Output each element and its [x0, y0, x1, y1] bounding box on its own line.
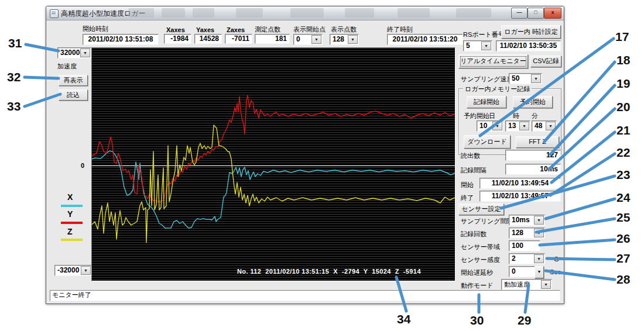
legend-x-swatch — [61, 205, 83, 207]
rec-start-label: 開始 — [461, 181, 474, 188]
callout-number-29: 29 — [518, 313, 531, 327]
callout-number-34: 34 — [397, 312, 410, 326]
callout-number-27: 27 — [616, 251, 630, 266]
sensor-sensitivity-label: センサー感度 — [461, 256, 500, 263]
titlebar-ghost-item[interactable] — [456, 8, 491, 18]
scale-top-combobox[interactable]: 32000▼ — [57, 47, 91, 58]
callout-number-20: 20 — [616, 100, 630, 114]
start-delay-field[interactable]: 0 — [509, 266, 536, 277]
callout-number-32: 32 — [7, 70, 20, 84]
day-label: 日 — [489, 112, 495, 119]
chevron-down-icon[interactable]: ▼ — [81, 266, 91, 275]
reserve-start-button[interactable]: 予約開始 — [513, 96, 553, 108]
rec-end-field: 11/02/10 13:49:57 — [479, 191, 561, 202]
record-interval-field: 10ms — [505, 164, 561, 175]
callout-number-23: 23 — [616, 168, 630, 182]
xaxes-field: -1984 — [164, 34, 191, 44]
minute-combobox[interactable]: 48▼ — [532, 120, 557, 132]
end-time-label: 終了時刻 — [387, 26, 413, 33]
yaxes-label: Yaxes — [196, 26, 214, 33]
titlebar-ghost-item[interactable] — [398, 8, 430, 18]
callout-number-31: 31 — [8, 36, 22, 50]
acceleration-label: 加速度 — [57, 63, 77, 70]
titlebar-ghost-item[interactable] — [193, 8, 214, 18]
callout-number-30: 30 — [470, 313, 484, 327]
chevron-down-icon[interactable]: ▼ — [546, 122, 556, 130]
logger-clock-field: 11/02/10 13:50:35 — [496, 40, 561, 51]
callout-number-17: 17 — [615, 30, 629, 44]
fft-z-button[interactable]: FFT Z — [516, 136, 559, 148]
app-window: 高精度超小型加速度ロガー — □ x 開始時刻 2011/02/10 13:51… — [46, 6, 564, 304]
record-count-combobox[interactable]: 128▼ — [509, 227, 545, 239]
record-interval-label: 記録間隔 — [461, 167, 487, 174]
xaxes-label: Xaxes — [166, 26, 185, 33]
rec-end-label: 終了 — [461, 194, 474, 201]
sampling-speed-combobox[interactable]: 50▼ — [509, 73, 542, 84]
logger-clock-set-button[interactable]: ロガー内 時計設定 — [501, 25, 561, 39]
chevron-down-icon[interactable]: ▼ — [534, 216, 544, 225]
chevron-down-icon[interactable]: ▼ — [492, 122, 502, 130]
chevron-down-icon[interactable]: ▼ — [531, 74, 541, 83]
callout-number-22: 22 — [616, 146, 630, 160]
chevron-down-icon[interactable]: ▼ — [481, 42, 491, 50]
trace-Y — [92, 95, 455, 202]
chart-readout: No. 112 2011/02/10 13:51:15 X -2794 Y 15… — [237, 268, 421, 275]
sensor-sensitivity-combobox[interactable]: 2▼ — [509, 253, 545, 264]
load-button[interactable]: 読込 — [59, 89, 88, 101]
display-start-combobox[interactable]: 0▼ — [293, 34, 323, 45]
sensor-band-label: センサー帯域 — [461, 243, 500, 250]
end-time-field: 2011/02/10 13:51:20 — [387, 34, 463, 45]
record-start-button[interactable]: 記録開始 — [467, 96, 506, 108]
memory-record-group-label: ロガー内メモリー記録 — [463, 85, 532, 94]
chevron-down-icon[interactable]: ▼ — [311, 35, 321, 44]
csv-record-button[interactable]: CSV記録 — [530, 56, 561, 67]
scale-bottom-combobox[interactable]: -32000▼ — [54, 265, 92, 276]
zaxes-field: -7011 — [225, 34, 252, 44]
titlebar-ghost-item[interactable] — [290, 8, 324, 18]
sensor-settings-button[interactable]: センサー設定 — [458, 204, 504, 215]
start-delay-spinner[interactable]: ▼ — [535, 266, 544, 278]
operation-mode-combobox[interactable]: 動加速度▼ — [501, 279, 552, 290]
chevron-down-icon[interactable]: ▼ — [534, 229, 544, 237]
realtime-monitor-button[interactable]: リアルタイムモニター — [458, 54, 528, 68]
callout-number-19: 19 — [616, 77, 630, 91]
minimize-button[interactable]: — — [511, 8, 527, 19]
legend-z-swatch — [61, 239, 83, 241]
yaxes-field: 14528 — [194, 34, 222, 44]
sampling-speed-label: サンプリング速度 — [461, 75, 513, 82]
day-combobox[interactable]: 10▼ — [477, 120, 503, 132]
sensor-band-field[interactable]: 100 — [509, 240, 540, 251]
display-start-label: 表示開始点 — [293, 26, 326, 33]
callout-number-28: 28 — [616, 273, 630, 287]
rs-port-combobox[interactable]: 5▼ — [463, 40, 492, 51]
chevron-down-icon[interactable]: ▼ — [80, 49, 90, 57]
callout-number-25: 25 — [616, 211, 630, 225]
titlebar-ghost-item[interactable] — [162, 8, 185, 18]
chevron-down-icon[interactable]: ▼ — [541, 280, 551, 289]
titlebar-ghost-item[interactable] — [236, 8, 263, 18]
hour-label: 時 — [513, 112, 519, 119]
legend-z-label: Z — [67, 227, 73, 236]
close-button[interactable]: x — [544, 8, 561, 19]
redraw-button[interactable]: 再表示 — [59, 75, 88, 86]
titlebar[interactable]: 高精度超小型加速度ロガー — □ x — [46, 6, 564, 20]
callout-number-24: 24 — [616, 191, 630, 205]
sampling-interval-combobox[interactable]: 10ms▼ — [509, 215, 545, 226]
trace-X — [92, 151, 455, 228]
chevron-down-icon[interactable]: ▼ — [348, 35, 358, 44]
start-delay-label: 開始遅延秒 — [461, 269, 493, 276]
chevron-down-icon[interactable]: ▼ — [534, 254, 544, 263]
start-time-label: 開始時刻 — [83, 25, 108, 32]
titlebar-ghost-item[interactable] — [345, 8, 374, 18]
start-time-field: 2011/02/10 13:51:08 — [83, 34, 159, 45]
hour-combobox[interactable]: 13▼ — [505, 120, 530, 132]
rec-start-field: 11/02/10 13:49:54 — [479, 178, 561, 189]
maximize-button[interactable]: □ — [527, 8, 544, 19]
chevron-down-icon[interactable]: ▼ — [519, 122, 529, 130]
callout-number-21: 21 — [616, 123, 630, 137]
display-points-combobox[interactable]: 128▼ — [330, 34, 359, 45]
titlebar-ghost-item[interactable] — [128, 8, 154, 18]
status-bar: モニター終了 — [50, 290, 560, 301]
rs-port-label: RSポート番号 — [463, 31, 505, 38]
download-button[interactable]: ダウンロード — [464, 135, 511, 149]
